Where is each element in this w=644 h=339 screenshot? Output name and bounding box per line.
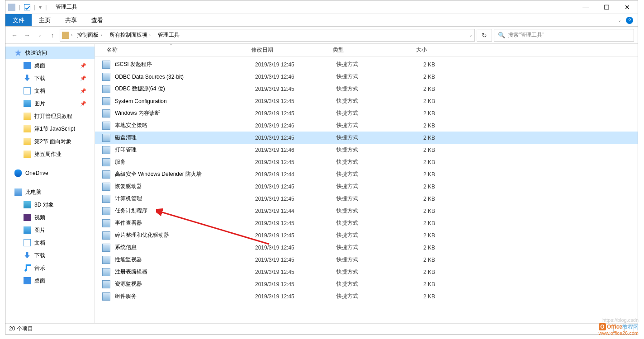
refresh-button[interactable]: ↻: [477, 29, 492, 42]
column-label: 名称: [107, 47, 118, 53]
file-row[interactable]: System Configuration2019/3/19 12:45快捷方式2…: [95, 95, 638, 107]
column-header-date[interactable]: 修改日期: [247, 46, 328, 54]
separator: |: [34, 4, 35, 10]
file-row[interactable]: 组件服务2019/3/19 12:45快捷方式2 KB: [95, 290, 638, 302]
column-header-type[interactable]: 类型: [328, 46, 396, 54]
sidebar-item[interactable]: 音乐: [5, 262, 95, 274]
file-row[interactable]: 事件查看器2019/3/19 12:45快捷方式2 KB: [95, 217, 638, 229]
help-icon[interactable]: ?: [626, 17, 633, 24]
sidebar-item[interactable]: 桌面: [5, 274, 95, 287]
minimize-button[interactable]: ―: [575, 0, 596, 14]
ribbon-tab-view[interactable]: 查看: [84, 14, 110, 26]
body: 快速访问桌面📌下载📌文档📌图片📌打开管理员教程第1节 JavaScript第2节…: [5, 44, 638, 323]
file-list[interactable]: iSCSI 发起程序2019/3/19 12:45快捷方式2 KBODBC Da…: [95, 56, 638, 323]
column-header-name[interactable]: 名称⌃: [102, 46, 247, 54]
pictures-icon: [24, 100, 31, 107]
column-header-size[interactable]: 大小: [396, 46, 436, 54]
sidebar-item[interactable]: 视频: [5, 211, 95, 224]
sidebar-item-label: 视频: [34, 214, 45, 221]
file-row[interactable]: 资源监视器2019/3/19 12:45快捷方式2 KB: [95, 278, 638, 290]
sidebar-item[interactable]: 桌面📌: [5, 59, 95, 72]
sidebar-item[interactable]: 第1节 JavaScript: [5, 122, 95, 135]
ribbon-tab-share[interactable]: 共享: [58, 14, 84, 26]
maximize-button[interactable]: ☐: [596, 0, 617, 14]
address-dropdown-icon[interactable]: ⌄: [469, 33, 473, 38]
sidebar-item[interactable]: 此电脑: [5, 186, 95, 198]
breadcrumb-label: 管理工具: [158, 31, 180, 39]
file-date: 2019/3/19 12:45: [255, 281, 336, 287]
sidebar-item[interactable]: 下载: [5, 249, 95, 262]
folder-icon: [24, 125, 31, 132]
watermark-text: 教程网: [622, 324, 639, 330]
file-row[interactable]: 服务2019/3/19 12:45快捷方式2 KB: [95, 156, 638, 168]
back-button[interactable]: ←: [9, 30, 20, 41]
sidebar-item-label: 图片: [34, 100, 45, 108]
breadcrumb-item[interactable]: 控制面板›: [74, 31, 104, 39]
sidebar-item[interactable]: 第五周作业: [5, 148, 95, 160]
file-row[interactable]: 打印管理2019/3/19 12:46快捷方式2 KB: [95, 144, 638, 156]
breadcrumb-item[interactable]: 管理工具: [155, 31, 182, 39]
file-row[interactable]: 恢复驱动器2019/3/19 12:45快捷方式2 KB: [95, 180, 638, 193]
file-size: 2 KB: [404, 74, 444, 80]
file-row[interactable]: 系统信息2019/3/19 12:45快捷方式2 KB: [95, 241, 638, 254]
file-row[interactable]: 碎片整理和优化驱动器2019/3/19 12:45快捷方式2 KB: [95, 229, 638, 241]
file-row[interactable]: 注册表编辑器2019/3/19 12:45快捷方式2 KB: [95, 266, 638, 278]
sidebar-item[interactable]: 3D 对象: [5, 198, 95, 211]
folder-icon: [24, 113, 31, 120]
sidebar-item[interactable]: 快速访问: [5, 47, 95, 59]
sidebar-item[interactable]: 文档: [5, 236, 95, 249]
close-button[interactable]: ✕: [617, 0, 638, 14]
sidebar-item[interactable]: 第2节 面向对象: [5, 135, 95, 148]
ribbon-tab-file[interactable]: 文件: [5, 14, 32, 26]
qat-dropdown-icon[interactable]: ▾: [39, 4, 42, 10]
downloads-icon: [24, 75, 31, 82]
file-size: 2 KB: [404, 281, 444, 287]
file-row[interactable]: 任务计划程序2019/3/19 12:44快捷方式2 KB: [95, 205, 638, 217]
file-row[interactable]: ODBC Data Sources (32-bit)2019/3/19 12:4…: [95, 71, 638, 83]
sidebar-item[interactable]: 下载📌: [5, 72, 95, 85]
file-row[interactable]: 高级安全 Windows Defender 防火墙2019/3/19 12:44…: [95, 168, 638, 180]
chevron-right-icon[interactable]: ›: [71, 33, 72, 38]
file-name: Windows 内存诊断: [115, 109, 255, 117]
history-dropdown[interactable]: ⌄: [34, 30, 45, 41]
file-row[interactable]: Windows 内存诊断2019/3/19 12:45快捷方式2 KB: [95, 107, 638, 119]
sidebar-item[interactable]: 打开管理员教程: [5, 110, 95, 122]
file-size: 2 KB: [404, 159, 444, 165]
qat-checkbox-icon[interactable]: [24, 4, 30, 10]
file-row[interactable]: 磁盘清理2019/3/19 12:45快捷方式2 KB: [95, 132, 638, 144]
shortcut-icon: [102, 134, 110, 142]
sidebar-item[interactable]: 文档📌: [5, 85, 95, 97]
file-date: 2019/3/19 12:45: [255, 110, 336, 117]
folder-icon: [62, 32, 69, 39]
watermark-csdn: https://blog.csdn: [599, 317, 639, 323]
sidebar-item-label: 下载: [34, 252, 45, 259]
file-row[interactable]: ODBC 数据源(64 位)2019/3/19 12:45快捷方式2 KB: [95, 83, 638, 95]
file-row[interactable]: iSCSI 发起程序2019/3/19 12:45快捷方式2 KB: [95, 58, 638, 71]
forward-button[interactable]: →: [22, 30, 33, 41]
sidebar-item[interactable]: 图片: [5, 224, 95, 236]
file-type: 快捷方式: [336, 146, 404, 154]
breadcrumb-item[interactable]: 所有控制面板项›: [107, 31, 153, 39]
file-row[interactable]: 本地安全策略2019/3/19 12:46快捷方式2 KB: [95, 119, 638, 132]
search-input[interactable]: 🔍 搜索"管理工具": [494, 29, 634, 42]
shortcut-icon: [102, 280, 110, 288]
file-row[interactable]: 计算机管理2019/3/19 12:45快捷方式2 KB: [95, 193, 638, 205]
file-name: 任务计划程序: [115, 207, 255, 215]
file-type: 快捷方式: [336, 292, 404, 300]
sidebar-item-label: 3D 对象: [34, 201, 54, 209]
sidebar-item[interactable]: 图片📌: [5, 97, 95, 110]
file-row[interactable]: 性能监视器2019/3/19 12:45快捷方式2 KB: [95, 254, 638, 266]
ribbon-expand-icon[interactable]: ⌄: [618, 18, 621, 23]
ribbon-tab-home[interactable]: 主页: [32, 14, 58, 26]
file-type: 快捷方式: [336, 256, 404, 264]
up-button[interactable]: ↑: [47, 30, 58, 41]
file-type: 快捷方式: [336, 231, 404, 239]
shortcut-icon: [102, 73, 110, 81]
navigation-pane[interactable]: 快速访问桌面📌下载📌文档📌图片📌打开管理员教程第1节 JavaScript第2节…: [5, 44, 95, 323]
file-type: 快捷方式: [336, 61, 404, 68]
shortcut-icon: [102, 158, 110, 166]
sidebar-item[interactable]: OneDrive: [5, 167, 95, 179]
pictures-icon: [24, 226, 31, 234]
address-bar[interactable]: › 控制面板› 所有控制面板项› 管理工具 ⌄: [60, 29, 475, 42]
file-size: 2 KB: [404, 232, 444, 239]
